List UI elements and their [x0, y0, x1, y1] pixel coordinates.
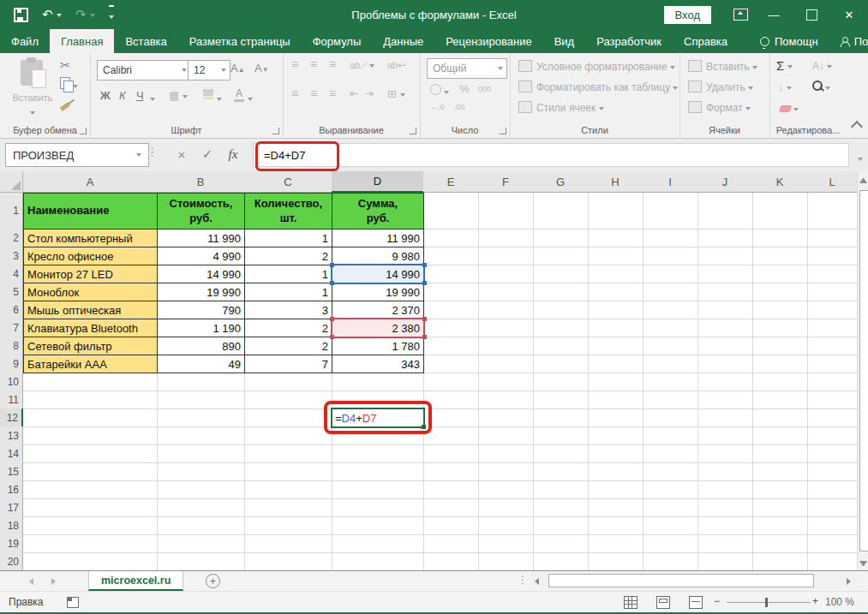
page-break-view-icon[interactable] [689, 596, 703, 609]
table-cell[interactable]: Сетевой фильтр [23, 337, 158, 355]
table-cell[interactable]: 14 990 [157, 265, 245, 283]
conditional-formatting-button[interactable]: Условное форматирование [518, 60, 675, 73]
column-header-F[interactable]: F [478, 171, 534, 193]
comma-style-button[interactable]: 000 [478, 85, 491, 93]
prev-sheet-icon[interactable] [29, 578, 33, 585]
sheet-tab-active[interactable]: microexcel.ru [88, 571, 183, 591]
alignment-dialog-launcher[interactable] [410, 128, 416, 134]
bold-button[interactable]: Ж [100, 89, 111, 102]
ribbon-tab-3[interactable]: Разметка страницы [178, 29, 302, 53]
table-cell[interactable]: Стол компьютерный [23, 229, 158, 247]
tabbar-splitter[interactable]: ⋮ [518, 574, 528, 586]
new-sheet-button[interactable]: + [206, 574, 220, 588]
table-cell[interactable]: 49 [157, 355, 245, 373]
table-cell[interactable]: 1 780 [332, 337, 424, 355]
table-cell[interactable]: 1 [244, 229, 332, 247]
table-cell[interactable]: 2 [244, 337, 332, 355]
format-as-table-button[interactable]: Форматировать как таблицу [518, 80, 678, 93]
column-header-D[interactable]: D [332, 171, 424, 193]
format-cells-button[interactable]: Формат [688, 101, 751, 114]
ribbon-tab-6[interactable]: Рецензирование [434, 29, 542, 53]
zoom-out-button[interactable]: − [714, 595, 720, 607]
column-header-A[interactable]: A [23, 171, 158, 193]
cell-styles-button[interactable]: Стили ячеек [518, 101, 604, 114]
number-format-combo[interactable]: Общий [427, 58, 507, 79]
row-header-2[interactable]: 2 [0, 229, 23, 247]
font-dialog-launcher[interactable] [272, 128, 279, 134]
row-header-12[interactable]: 12 [0, 408, 23, 427]
percent-style-button[interactable]: % [459, 82, 470, 95]
name-box[interactable]: ПРОИЗВЕД [5, 143, 149, 167]
table-cell[interactable]: 2 [244, 247, 332, 265]
ribbon-tab-11[interactable]: Поделиться [829, 29, 868, 53]
select-all-corner[interactable] [0, 171, 23, 193]
column-header-C[interactable]: C [244, 171, 332, 193]
format-painter-button[interactable] [60, 99, 70, 111]
vertical-scroll-thumb[interactable] [859, 190, 868, 551]
save-icon[interactable] [14, 8, 28, 22]
spreadsheet-grid[interactable]: ABCDEFGHIJKL1234567891011121314151617181… [0, 171, 857, 570]
row-header-13[interactable]: 13 [0, 426, 23, 445]
autosum-button[interactable]: Σ [776, 58, 793, 73]
row-header-14[interactable]: 14 [0, 444, 23, 463]
row-header-8[interactable]: 8 [0, 337, 23, 355]
horizontal-scrollbar[interactable] [531, 573, 857, 589]
scroll-left-icon[interactable] [535, 578, 539, 585]
maximize-button[interactable] [793, 0, 830, 29]
align-center-button[interactable]: ≡ [310, 87, 317, 100]
ribbon-display-options-icon[interactable] [733, 9, 748, 21]
decrease-decimal-button[interactable]: ,00 [454, 103, 465, 111]
ribbon-tab-1[interactable]: Главная [50, 29, 114, 53]
table-cell[interactable]: 1 [244, 265, 332, 283]
scroll-right-icon[interactable] [847, 578, 851, 585]
row-header-19[interactable]: 19 [0, 534, 23, 553]
insert-cells-button[interactable]: Вставить [688, 60, 757, 73]
formula-bar-splitter[interactable]: ⋮ [147, 146, 158, 158]
close-button[interactable]: ✕ [830, 0, 868, 29]
ribbon-tab-8[interactable]: Разработчик [585, 29, 673, 53]
row-header-15[interactable]: 15 [0, 462, 23, 481]
column-header-I[interactable]: I [643, 171, 698, 193]
normal-view-icon[interactable] [624, 596, 638, 609]
fill-color-button[interactable] [203, 89, 213, 99]
clipboard-dialog-launcher[interactable] [80, 128, 87, 134]
grow-font-button[interactable]: А▲ [230, 62, 245, 75]
sort-filter-button[interactable]: А↓ [812, 60, 832, 72]
scroll-up-icon[interactable] [859, 178, 867, 183]
row-header-16[interactable]: 16 [0, 480, 23, 499]
borders-button[interactable]: ▦ [169, 89, 188, 102]
accounting-format-button[interactable] [430, 84, 449, 98]
ribbon-tab-5[interactable]: Данные [372, 29, 434, 53]
ribbon-tab-2[interactable]: Вставка [114, 29, 177, 53]
customize-qat-button[interactable] [109, 5, 114, 24]
zoom-slider-handle[interactable] [765, 598, 768, 607]
table-cell[interactable]: 790 [157, 301, 245, 319]
zoom-slider[interactable] [727, 602, 811, 603]
font-size-combo[interactable]: 12 [188, 60, 230, 80]
column-header-L[interactable]: L [807, 171, 857, 193]
table-cell[interactable]: 2 [244, 319, 332, 337]
row-header-4[interactable]: 4 [0, 265, 23, 283]
column-header-J[interactable]: J [697, 171, 753, 193]
horizontal-scroll-thumb[interactable] [548, 574, 814, 587]
table-cell[interactable]: 4 990 [157, 247, 245, 265]
table-cell[interactable]: 3 [244, 301, 332, 319]
table-cell[interactable]: 2 370 [332, 301, 424, 319]
undo-button[interactable]: ↶ [42, 7, 62, 22]
column-header-K[interactable]: K [752, 171, 808, 193]
align-left-button[interactable]: ≡ [291, 87, 298, 100]
table-cell[interactable]: 19 990 [157, 283, 245, 301]
font-color-button[interactable]: А [234, 87, 244, 102]
increase-indent-button[interactable]: ⇥ [365, 87, 374, 99]
column-header-H[interactable]: H [588, 171, 644, 193]
align-top-button[interactable]: ≡ [291, 58, 298, 71]
row-header-11[interactable]: 11 [0, 390, 23, 409]
row-header-9[interactable]: 9 [0, 355, 23, 373]
row-header-10[interactable]: 10 [0, 373, 23, 391]
table-cell[interactable]: Мышь оптическая [23, 301, 158, 319]
orientation-button[interactable]: ab⟋ [350, 60, 374, 71]
expand-formula-bar-icon[interactable] [858, 151, 863, 166]
zoom-in-button[interactable]: + [812, 595, 818, 607]
zoom-level[interactable]: 100 % [825, 596, 854, 608]
clear-button[interactable] [780, 103, 799, 115]
